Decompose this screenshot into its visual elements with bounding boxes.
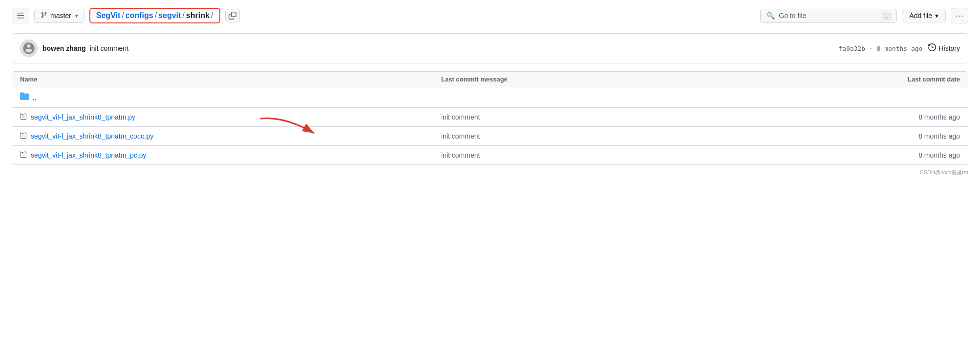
file-name-cell: segvit_vit-l_jax_shrink8_tpnatm.py (20, 112, 441, 122)
commit-msg-cell: init comment (441, 132, 862, 140)
commit-meta: fa0a32b · 8 months ago History (838, 43, 960, 53)
breadcrumb-current: shrink (186, 11, 210, 20)
commit-hash: fa0a32b · 8 months ago (838, 45, 922, 52)
history-icon (928, 43, 936, 53)
date-cell: 8 months ago (862, 151, 960, 159)
search-placeholder: Go to file (779, 12, 877, 20)
table-header: Name Last commit message Last commit dat… (12, 72, 968, 87)
commit-author: bowen zhang (43, 44, 86, 52)
file-link[interactable]: segvit_vit-l_jax_shrink8_tpnatm_coco.py (31, 132, 153, 140)
commit-message: init comment (90, 44, 128, 52)
breadcrumb-segvit2[interactable]: segvit (158, 11, 181, 20)
file-name-cell: segvit_vit-l_jax_shrink8_tpnatm_coco.py (20, 131, 441, 141)
file-icon (20, 112, 27, 122)
breadcrumb-sep-2: / (155, 11, 157, 20)
history-label: History (938, 44, 960, 52)
file-link[interactable]: segvit_vit-l_jax_shrink8_tpnatm_pc.py (31, 151, 147, 159)
more-options-button[interactable]: ··· (951, 8, 968, 23)
history-button[interactable]: History (928, 43, 960, 53)
breadcrumb-configs[interactable]: configs (126, 11, 153, 20)
file-name-cell: segvit_vit-l_jax_shrink8_tpnatm_pc.py (20, 150, 441, 160)
add-file-chevron-icon: ▾ (935, 12, 938, 20)
parent-dir-link[interactable]: .. (33, 94, 37, 101)
breadcrumb: SegVit / configs / segvit / shrink / (89, 8, 220, 23)
search-box[interactable]: 🔍 Go to file t (760, 9, 897, 23)
commit-strip: bowen zhang init comment fa0a32b · 8 mon… (12, 33, 968, 63)
col-commit-message: Last commit message (441, 76, 862, 83)
col-commit-date: Last commit date (862, 76, 960, 83)
branch-icon (41, 12, 47, 20)
breadcrumb-trailing-sep: / (211, 11, 213, 20)
top-bar: master ▾ SegVit / configs / segvit / shr… (12, 8, 968, 23)
file-icon (20, 150, 27, 160)
table-row: segvit_vit-l_jax_shrink8_tpnatm_coco.py … (12, 127, 968, 146)
table-row: .. (12, 87, 968, 108)
chevron-down-icon: ▾ (75, 13, 78, 19)
avatar (20, 40, 38, 57)
file-icon (20, 131, 27, 141)
more-icon: ··· (955, 11, 964, 21)
branch-selector[interactable]: master ▾ (34, 9, 85, 23)
add-file-button[interactable]: Add file ▾ (902, 9, 946, 22)
table-row: segvit_vit-l_jax_shrink8_tpnatm.py init … (12, 108, 968, 127)
branch-label: master (50, 12, 71, 20)
col-name: Name (20, 76, 441, 83)
copy-path-button[interactable] (225, 9, 240, 22)
watermark: CSDN@cccc搭桌rm (12, 169, 968, 176)
breadcrumb-sep-1: / (122, 11, 124, 20)
breadcrumb-segvit[interactable]: SegVit (96, 11, 121, 20)
file-table: Name Last commit message Last commit dat… (12, 71, 968, 165)
search-icon: 🔍 (767, 12, 775, 20)
file-name-cell: .. (20, 92, 441, 103)
sidebar-toggle-button[interactable] (12, 8, 29, 23)
file-link[interactable]: segvit_vit-l_jax_shrink8_tpnatm.py (31, 113, 135, 121)
table-row: segvit_vit-l_jax_shrink8_tpnatm_pc.py in… (12, 146, 968, 164)
date-cell: 8 months ago (862, 113, 960, 121)
date-cell: 8 months ago (862, 132, 960, 140)
folder-icon (20, 92, 29, 103)
breadcrumb-sep-3: / (182, 11, 184, 20)
add-file-label: Add file (909, 12, 932, 20)
commit-msg-cell: init comment (441, 151, 862, 159)
commit-msg-cell: init comment (441, 113, 862, 121)
search-shortcut: t (882, 12, 891, 20)
